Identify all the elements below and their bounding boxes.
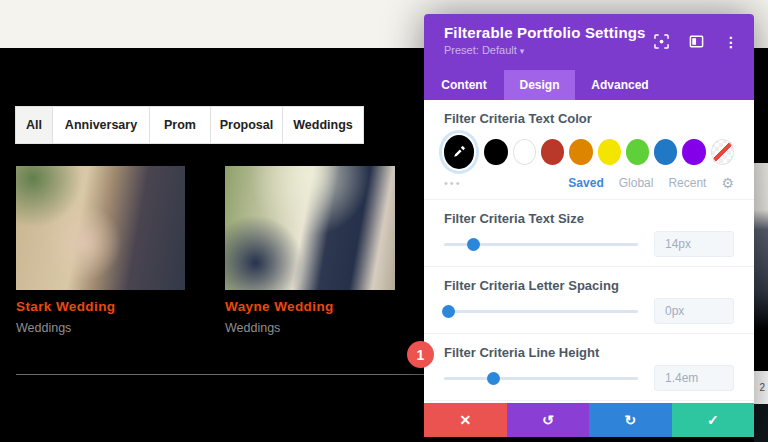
letter-spacing-slider[interactable]: [444, 304, 638, 318]
recent-colors-link[interactable]: Recent: [668, 176, 706, 190]
slider-row: 1.4em: [444, 365, 734, 400]
panel-footer: ✕ ↺ ↻ ✓: [424, 403, 754, 437]
slider-handle[interactable]: [487, 372, 500, 385]
letter-spacing-input[interactable]: 0px: [654, 298, 734, 324]
undo-button[interactable]: ↺: [507, 403, 590, 437]
filterable-portfolio-settings-panel: Filterable Portfolio Settings Preset: De…: [424, 14, 754, 437]
tab-content[interactable]: Content: [424, 70, 504, 100]
saved-colors-link[interactable]: Saved: [568, 176, 603, 190]
color-swatch-white[interactable]: [513, 139, 536, 165]
portfolio-image[interactable]: [16, 166, 185, 290]
discard-button[interactable]: ✕: [424, 403, 507, 437]
preset-label: Preset: Default: [444, 44, 517, 56]
portfolio-item: Stark Wedding Weddings: [16, 166, 185, 335]
color-meta-links: Saved Global Recent ⚙: [568, 176, 734, 190]
tab-design[interactable]: Design: [504, 70, 575, 100]
panel-header-icons: ⋮: [654, 34, 738, 49]
panel-header: Filterable Portfolio Settings Preset: De…: [424, 14, 754, 70]
portfolio-item-category: Weddings: [225, 321, 395, 335]
slider-handle[interactable]: [467, 238, 480, 251]
portfolio-item-title[interactable]: Wayne Wedding: [225, 299, 395, 314]
color-swatch-black[interactable]: [484, 139, 507, 165]
option-label: Filter Criteria Text Size: [444, 200, 734, 226]
redo-icon: ↻: [624, 412, 636, 428]
color-swatch-green[interactable]: [626, 139, 649, 165]
page-fragment-number: 2: [759, 382, 765, 393]
page-edge-fragment: 2: [754, 371, 768, 404]
filter-tab-weddings[interactable]: Weddings: [283, 107, 363, 143]
eyedropper-icon: [452, 145, 466, 159]
slider-row: 0px: [444, 298, 734, 333]
portfolio-filter-bar: All Anniversary Prom Proposal Weddings: [16, 107, 363, 143]
portfolio-image[interactable]: [225, 166, 395, 290]
slider-track: [444, 377, 638, 380]
slider-row: 14px: [444, 231, 734, 266]
panel-body: Filter Criteria Text Color: [424, 100, 754, 403]
color-swatch-row: [444, 135, 734, 169]
option-label: Filter Criteria Line Height: [444, 334, 734, 360]
color-swatch-none[interactable]: [711, 139, 734, 165]
pagination-divider: [16, 374, 424, 375]
save-button[interactable]: ✓: [672, 403, 755, 437]
option-line-height: Filter Criteria Line Height 1.4em: [424, 334, 754, 401]
color-swatch-purple[interactable]: [682, 139, 705, 165]
slider-track: [444, 310, 638, 313]
annotation-badge-1: 1: [407, 341, 434, 368]
option-label: Filter Criteria Letter Spacing: [444, 267, 734, 293]
color-meta-row: ••• Saved Global Recent ⚙: [444, 176, 734, 199]
option-letter-spacing: Filter Criteria Letter Spacing 0px: [424, 267, 754, 334]
option-text-size: Filter Criteria Text Size 14px: [424, 200, 754, 267]
kebab-menu-icon[interactable]: ⋮: [724, 35, 738, 49]
text-size-input[interactable]: 14px: [654, 231, 734, 257]
portfolio-item: Wayne Wedding Weddings: [225, 166, 395, 335]
slider-handle[interactable]: [442, 305, 455, 318]
color-swatch-blue[interactable]: [654, 139, 677, 165]
eyedropper-swatch[interactable]: [444, 135, 474, 169]
line-height-slider[interactable]: [444, 371, 638, 385]
option-text-color: Filter Criteria Text Color: [424, 100, 754, 200]
check-icon: ✓: [707, 412, 719, 428]
tab-advanced[interactable]: Advanced: [575, 70, 665, 100]
line-height-input[interactable]: 1.4em: [654, 365, 734, 391]
color-swatch-orange[interactable]: [569, 139, 592, 165]
focus-scan-icon[interactable]: [654, 34, 669, 49]
close-icon: ✕: [459, 412, 471, 428]
more-options-dots[interactable]: •••: [444, 177, 462, 189]
screenshot-stage: All Anniversary Prom Proposal Weddings S…: [0, 0, 768, 442]
portfolio-item-title[interactable]: Stark Wedding: [16, 299, 185, 314]
color-swatch-red[interactable]: [541, 139, 564, 165]
redo-button[interactable]: ↻: [589, 403, 672, 437]
sidebar-layout-icon[interactable]: [689, 34, 704, 49]
text-size-slider[interactable]: [444, 237, 638, 251]
undo-icon: ↺: [542, 412, 554, 428]
filter-tab-prom[interactable]: Prom: [150, 107, 211, 143]
page-edge-bottom: [754, 404, 768, 442]
color-swatch-yellow[interactable]: [598, 139, 621, 165]
caret-down-icon: ▾: [520, 46, 525, 56]
portfolio-image-partial: [754, 163, 768, 330]
filter-tab-proposal[interactable]: Proposal: [211, 107, 283, 143]
option-label: Filter Criteria Text Color: [444, 100, 734, 126]
portfolio-item-category: Weddings: [16, 321, 185, 335]
filter-tab-anniversary[interactable]: Anniversary: [53, 107, 150, 143]
filter-tab-all[interactable]: All: [16, 107, 53, 143]
global-colors-link[interactable]: Global: [619, 176, 654, 190]
panel-tab-bar: Content Design Advanced: [424, 70, 754, 100]
gear-icon[interactable]: ⚙: [721, 176, 734, 190]
